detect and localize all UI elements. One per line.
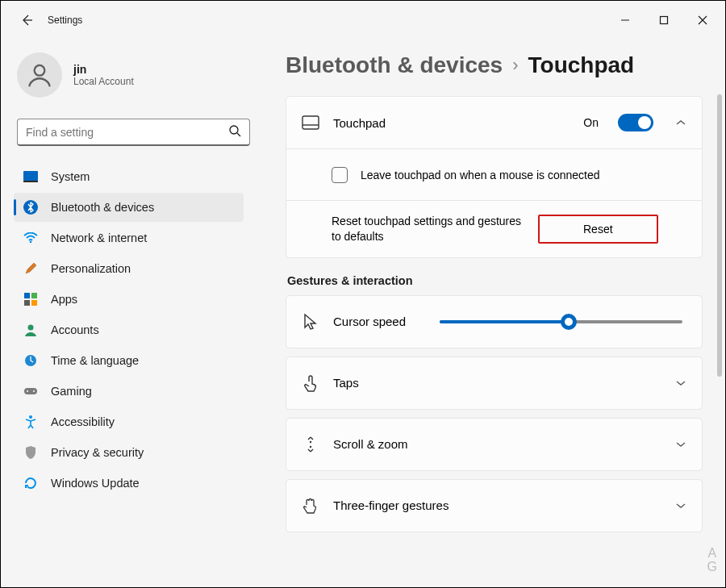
- svg-rect-10: [31, 293, 37, 298]
- clock-globe-icon: [23, 353, 38, 368]
- window-title: Settings: [48, 15, 82, 26]
- reset-row: Reset touchpad settings and gestures to …: [286, 200, 702, 257]
- reset-desc: Reset touchpad settings and gestures to …: [332, 214, 525, 244]
- svg-rect-12: [31, 300, 37, 306]
- touchpad-label: Touchpad: [333, 116, 570, 130]
- maximize-button[interactable]: [645, 4, 683, 36]
- close-button[interactable]: [683, 4, 722, 36]
- wifi-icon: [23, 231, 38, 245]
- touchpad-toggle[interactable]: [618, 114, 653, 131]
- sidebar-item-system[interactable]: System: [14, 162, 244, 191]
- sidebar-item-label: Apps: [51, 293, 77, 306]
- tap-icon: [301, 374, 320, 392]
- cursor-icon: [301, 313, 320, 331]
- sidebar-item-label: System: [51, 170, 90, 183]
- sidebar-item-gaming[interactable]: Gaming: [14, 377, 244, 406]
- sidebar-item-apps[interactable]: Apps: [14, 285, 244, 314]
- accessibility-icon: [23, 415, 38, 429]
- sidebar-item-privacy[interactable]: Privacy & security: [14, 438, 244, 467]
- toggle-state: On: [583, 116, 599, 129]
- main-content: Bluetooth & devices › Touchpad Touchpad …: [263, 40, 725, 587]
- svg-rect-6: [23, 181, 38, 182]
- svg-point-21: [310, 441, 311, 443]
- cursor-speed-card: Cursor speed: [286, 295, 703, 348]
- scrollbar[interactable]: [717, 94, 722, 377]
- avatar-icon: [17, 52, 62, 98]
- search-box[interactable]: [17, 119, 250, 146]
- taps-label: Taps: [333, 376, 661, 390]
- person-icon: [23, 323, 38, 337]
- sidebar-item-label: Accounts: [51, 323, 99, 336]
- three-finger-label: Three-finger gestures: [333, 498, 661, 512]
- leave-on-label: Leave touchpad on when a mouse is connec…: [361, 169, 687, 181]
- profile-block[interactable]: jin Local Account: [14, 49, 257, 112]
- shield-icon: [23, 445, 38, 460]
- leave-on-row[interactable]: Leave touchpad on when a mouse is connec…: [286, 148, 702, 200]
- profile-name: jin: [73, 63, 134, 76]
- taps-card[interactable]: Taps: [286, 357, 703, 410]
- svg-point-13: [28, 325, 34, 331]
- three-finger-icon: [301, 497, 320, 515]
- sidebar-item-accessibility[interactable]: Accessibility: [14, 407, 244, 436]
- page-title: Touchpad: [528, 52, 635, 78]
- svg-line-4: [237, 133, 240, 136]
- gamepad-icon: [23, 384, 38, 398]
- scroll-zoom-card[interactable]: Scroll & zoom: [286, 418, 703, 471]
- sidebar-item-label: Time & language: [51, 354, 139, 367]
- svg-rect-19: [302, 116, 319, 129]
- svg-rect-9: [24, 293, 30, 298]
- touchpad-card: Touchpad On Leave touchpad on when a mou…: [286, 96, 703, 258]
- breadcrumb: Bluetooth & devices › Touchpad: [286, 52, 706, 78]
- breadcrumb-parent[interactable]: Bluetooth & devices: [286, 52, 503, 78]
- reset-button[interactable]: Reset: [538, 215, 658, 244]
- cursor-speed-label: Cursor speed: [333, 315, 422, 328]
- scroll-icon: [301, 436, 320, 453]
- sidebar-item-update[interactable]: Windows Update: [14, 469, 244, 498]
- sidebar-item-label: Windows Update: [51, 477, 140, 490]
- sidebar-item-accounts[interactable]: Accounts: [14, 315, 244, 344]
- sidebar-item-bluetooth[interactable]: Bluetooth & devices: [14, 193, 244, 222]
- svg-point-3: [230, 126, 238, 134]
- brush-icon: [23, 261, 38, 276]
- section-gestures-title: Gestures & interaction: [287, 274, 703, 287]
- profile-sub: Local Account: [73, 76, 134, 87]
- search-input[interactable]: [26, 126, 228, 139]
- touchpad-icon: [301, 115, 320, 130]
- sidebar-item-personalization[interactable]: Personalization: [14, 254, 244, 283]
- svg-rect-1: [661, 17, 668, 24]
- side-indicator: AG: [707, 546, 717, 574]
- leave-on-checkbox[interactable]: [332, 167, 348, 183]
- touchpad-toggle-row[interactable]: Touchpad On: [286, 97, 702, 148]
- titlebar: Settings: [1, 1, 725, 40]
- sidebar-item-label: Bluetooth & devices: [51, 201, 154, 214]
- svg-point-16: [27, 390, 28, 392]
- svg-point-22: [310, 446, 311, 448]
- bluetooth-icon: [23, 200, 38, 215]
- minimize-button[interactable]: [606, 4, 645, 36]
- chevron-down-icon: [674, 438, 687, 451]
- cursor-speed-row[interactable]: Cursor speed: [286, 296, 702, 348]
- sidebar-item-label: Gaming: [51, 385, 92, 398]
- three-finger-card[interactable]: Three-finger gestures: [286, 479, 703, 532]
- svg-point-2: [35, 65, 45, 76]
- back-button[interactable]: [19, 12, 35, 28]
- sidebar-item-network[interactable]: Network & internet: [14, 223, 244, 252]
- svg-point-17: [33, 390, 35, 392]
- sidebar: jin Local Account System Bluetooth & dev…: [1, 40, 263, 587]
- display-icon: [23, 169, 38, 184]
- sidebar-item-time[interactable]: Time & language: [14, 346, 244, 375]
- scroll-zoom-label: Scroll & zoom: [333, 437, 661, 451]
- svg-point-8: [30, 241, 32, 244]
- apps-icon: [23, 292, 38, 307]
- cursor-speed-slider[interactable]: [440, 320, 682, 323]
- sidebar-item-label: Personalization: [51, 262, 131, 275]
- svg-rect-5: [23, 171, 38, 181]
- sidebar-item-label: Accessibility: [51, 415, 115, 428]
- chevron-right-icon: ›: [512, 55, 518, 76]
- chevron-down-icon: [674, 499, 687, 512]
- sidebar-item-label: Privacy & security: [51, 446, 144, 459]
- search-icon: [228, 124, 241, 140]
- chevron-up-icon[interactable]: [674, 116, 687, 129]
- chevron-down-icon: [674, 377, 687, 390]
- svg-rect-11: [24, 300, 30, 306]
